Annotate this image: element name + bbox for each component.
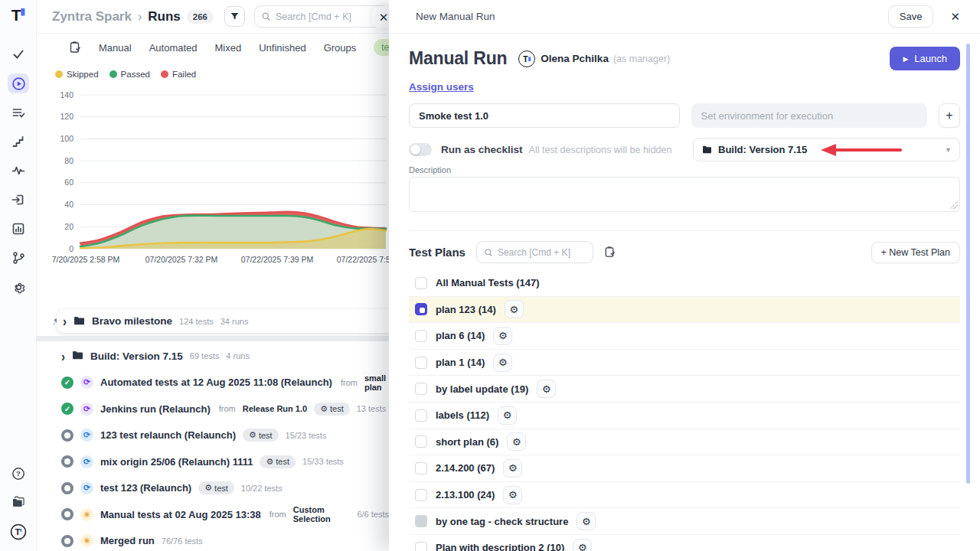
owner-name: Olena Pchilka — [541, 53, 609, 64]
run-row[interactable]: ✳Merged run76/76 tests — [37, 528, 389, 551]
gear-icon[interactable]: ⚙ — [573, 539, 592, 551]
import-icon[interactable] — [8, 190, 29, 210]
close-icon[interactable]: ✕ — [950, 10, 960, 24]
test-plan-row[interactable]: by label update (19)⚙ — [409, 376, 960, 403]
plan-checkbox[interactable] — [415, 409, 427, 422]
run-row[interactable]: ⟳test 123 (Relaunch)⚙test10/22 tests — [37, 475, 389, 502]
test-plan-row[interactable]: plan 123 (14)⚙ — [409, 297, 960, 324]
add-environment-button[interactable]: + — [939, 103, 960, 128]
account-icon[interactable]: T — [8, 522, 29, 542]
status-finished-icon — [61, 429, 74, 442]
description-label: Description — [409, 165, 960, 174]
gear-icon[interactable]: ⚙ — [493, 327, 512, 345]
filter-button[interactable] — [224, 6, 245, 27]
plan-checkbox[interactable] — [415, 357, 427, 369]
run-meta: 13 tests — [357, 404, 387, 413]
new-test-plan-button[interactable]: + New Test Plan — [871, 242, 960, 263]
run-row[interactable]: ⟳mix origin 25/06 (Relaunch) 1111⚙test15… — [37, 448, 389, 475]
tag-chip[interactable]: ⚙test — [260, 455, 296, 468]
test-plan-row[interactable]: by one tag - check structure⚙ — [409, 508, 960, 535]
resize-grip[interactable] — [950, 201, 958, 209]
app-logo[interactable]: T▮ — [0, 6, 37, 24]
launch-button[interactable]: ▶Launch — [890, 47, 960, 70]
test-plan-row[interactable]: 2.14.200 (67)⚙ — [409, 455, 960, 482]
plan-checkbox[interactable] — [415, 542, 427, 551]
tab-automated[interactable]: Automated — [149, 42, 198, 54]
funnel-icon — [230, 11, 240, 21]
plan-checkbox[interactable] — [415, 330, 427, 342]
pulse-icon[interactable] — [8, 161, 29, 181]
build-select-dropdown[interactable]: Build: Version 7.15 ▼ — [693, 138, 960, 161]
runs-play-icon[interactable] — [8, 73, 29, 93]
gear-icon[interactable]: ⚙ — [503, 486, 522, 504]
environment-input[interactable] — [691, 103, 927, 128]
chevron-right-icon[interactable]: › — [61, 349, 65, 363]
tag-chip[interactable]: ⚙test — [243, 429, 279, 442]
clipboard-check-icon[interactable] — [604, 246, 616, 258]
description-textarea[interactable] — [409, 177, 960, 212]
run-title: Jenkins run (Relaunch) — [100, 403, 211, 415]
assign-users-link[interactable]: Assign users — [409, 81, 474, 93]
branch-icon[interactable] — [8, 248, 29, 268]
clipboard-check-icon[interactable] — [69, 41, 81, 54]
sync-icon: ⟳ — [80, 481, 93, 494]
runs-search-input[interactable] — [276, 11, 368, 22]
plan-checkbox[interactable] — [415, 462, 427, 474]
run-meta: 6/6 tests — [357, 510, 389, 519]
analytics-icon[interactable] — [8, 219, 29, 239]
steps-icon[interactable] — [8, 132, 29, 152]
help-icon[interactable]: ? — [8, 464, 29, 484]
plan-checkbox[interactable] — [415, 383, 427, 395]
plan-checkbox[interactable] — [415, 277, 427, 289]
runs-tabs: ManualAutomatedMixedUnfinishedGroups tes… — [37, 34, 389, 61]
runs-search[interactable] — [254, 5, 389, 28]
settings-icon[interactable] — [8, 277, 29, 297]
plan-checkbox[interactable] — [415, 435, 427, 448]
run-row[interactable]: ⟳123 test relaunch (Relaunch)⚙test15/23 … — [37, 422, 389, 449]
folder-row[interactable]: ›Bravo milestone124 tests34 runs — [57, 309, 395, 333]
run-row[interactable]: ✓⟳Automated tests at 12 Aug 2025 11:08 (… — [37, 370, 389, 396]
list-check-icon[interactable] — [8, 103, 29, 122]
gear-icon[interactable]: ⚙ — [537, 380, 556, 398]
projects-icon[interactable] — [8, 493, 29, 513]
folder-row[interactable]: ›Build: Version 7.1569 tests4 runs — [37, 343, 389, 370]
gear-icon: ⚙ — [266, 457, 273, 467]
gear-icon: ⚙ — [249, 430, 256, 440]
run-row[interactable]: ✳Manual tests at 02 Aug 2025 13:38fromCu… — [37, 501, 389, 528]
plan-checkbox[interactable] — [415, 303, 427, 315]
gear-icon[interactable]: ⚙ — [577, 512, 596, 530]
test-plan-row[interactable]: labels (112)⚙ — [409, 403, 960, 429]
plan-label: 2.14.200 (67) — [436, 462, 495, 474]
test-plans-search[interactable] — [476, 241, 593, 263]
tab-groups[interactable]: Groups — [324, 42, 357, 54]
test-plan-row[interactable]: All Manual Tests (147) — [409, 270, 960, 297]
gear-icon[interactable]: ⚙ — [507, 432, 526, 451]
tab-manual[interactable]: Manual — [99, 42, 132, 54]
test-plans-search-input[interactable] — [498, 247, 582, 258]
gear-icon[interactable]: ⚙ — [493, 354, 512, 372]
tab-unfinished[interactable]: Unfinished — [259, 42, 305, 54]
breadcrumb-project[interactable]: Zyntra Spark — [52, 9, 132, 24]
test-plan-row[interactable]: plan 1 (14)⚙ — [409, 350, 960, 377]
plan-checkbox[interactable] — [415, 489, 427, 501]
breadcrumb-section[interactable]: Runs — [148, 9, 181, 24]
tab-mixed[interactable]: Mixed — [215, 42, 242, 54]
run-as-checklist-toggle[interactable] — [409, 143, 432, 156]
run-row[interactable]: ✓⟳Jenkins run (Relaunch)fromRelease Run … — [37, 396, 389, 422]
gear-icon[interactable]: ⚙ — [505, 300, 524, 318]
tag-chip[interactable]: ⚙test — [314, 403, 350, 416]
chevron-right-icon[interactable]: › — [63, 315, 67, 328]
tag-chip[interactable]: ⚙test — [198, 481, 234, 494]
test-plan-row[interactable]: 2.13.100 (24)⚙ — [409, 482, 960, 509]
plan-checkbox[interactable] — [415, 515, 427, 527]
gear-icon[interactable]: ⚙ — [503, 459, 522, 478]
run-name-input[interactable] — [409, 103, 680, 128]
test-plan-row[interactable]: plan 6 (14)⚙ — [409, 323, 960, 350]
drawer-scrollbar[interactable] — [966, 44, 970, 484]
test-plan-row[interactable]: Plan with description 2 (10)⚙ — [409, 535, 960, 551]
tasks-check-icon[interactable] — [8, 44, 29, 64]
gear-icon[interactable]: ⚙ — [498, 406, 517, 425]
test-plan-row[interactable]: short plan (6)⚙ — [409, 429, 960, 456]
plan-label: short plan (6) — [436, 436, 498, 448]
save-button[interactable]: Save — [888, 5, 934, 28]
